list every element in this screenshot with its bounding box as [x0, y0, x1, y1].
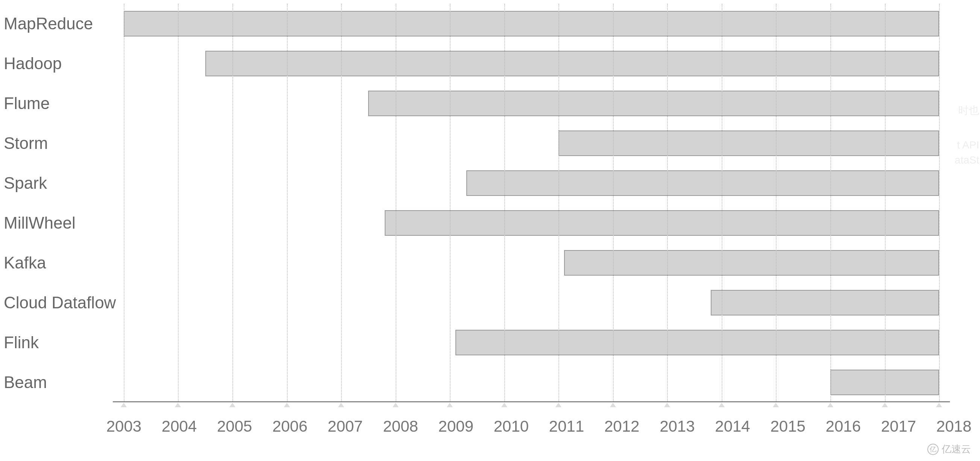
gridline: [504, 4, 505, 401]
x-tick-label: 2014: [715, 417, 750, 436]
tick-mark: [555, 403, 562, 407]
tick-mark: [827, 403, 833, 407]
tick-mark: [501, 403, 507, 407]
row-label: Storm: [0, 134, 109, 153]
x-tick-label: 2010: [494, 417, 529, 436]
x-tick-label: 2006: [272, 417, 307, 436]
bg-text: t API: [957, 139, 979, 151]
x-tick-label: 2012: [605, 417, 639, 436]
gridline: [450, 4, 450, 401]
bg-text: ataSt: [955, 154, 979, 166]
chart-row: Kafka: [113, 243, 950, 283]
x-tick-label: 2013: [660, 417, 695, 436]
row-label: Beam: [0, 373, 109, 392]
bg-text: 时也: [958, 103, 979, 118]
timeline-bar: [711, 290, 939, 315]
timeline-bar: [385, 210, 939, 236]
timeline-bar: [205, 51, 939, 76]
tick-mark: [882, 403, 888, 407]
gridline: [885, 4, 886, 401]
chart-row: MillWheel: [113, 203, 950, 243]
tick-mark: [936, 403, 942, 407]
gridline: [939, 4, 940, 401]
chart-row: Flume: [113, 83, 950, 123]
gridline: [396, 4, 396, 401]
gridline: [287, 4, 288, 401]
plot-area: MapReduceHadoopFlumeStormSparkMillWheelK…: [113, 4, 950, 402]
x-tick-label: 2009: [439, 417, 474, 436]
gridline: [124, 4, 124, 401]
row-label: Flume: [0, 94, 109, 113]
x-tick-label: 2004: [162, 417, 197, 436]
timeline-bar: [124, 11, 939, 37]
gridline: [667, 4, 668, 401]
gridline: [613, 4, 614, 401]
row-label: Hadoop: [0, 54, 109, 73]
gridline: [232, 4, 233, 401]
tick-mark: [393, 403, 399, 407]
row-label: MapReduce: [0, 14, 109, 33]
timeline-bar: [564, 250, 939, 276]
row-label: Cloud Dataflow: [0, 293, 109, 312]
chart-row: Spark: [113, 163, 950, 203]
tick-mark: [610, 403, 616, 407]
chart-row: Hadoop: [113, 44, 950, 83]
row-label: Spark: [0, 174, 109, 192]
watermark-icon: 亿: [928, 444, 939, 455]
tick-mark: [284, 403, 290, 407]
tick-mark: [175, 403, 181, 407]
x-tick-label: 2017: [881, 417, 916, 436]
chart-row: Cloud Dataflow: [113, 283, 950, 323]
tick-mark: [773, 403, 779, 407]
chart-row: Flink: [113, 323, 950, 362]
x-axis-labels: 2003200420052006200720082009201020112012…: [113, 417, 965, 440]
row-label: Flink: [0, 333, 109, 352]
timeline-bar: [368, 91, 939, 116]
row-label: MillWheel: [0, 214, 109, 232]
watermark: 亿 亿速云: [928, 443, 971, 456]
chart-row: MapReduce: [113, 4, 950, 44]
gridline: [178, 4, 179, 401]
x-tick-label: 2015: [770, 417, 805, 436]
gridline: [341, 4, 342, 401]
tick-mark: [338, 403, 344, 407]
gridline: [558, 4, 559, 401]
tick-mark: [719, 403, 725, 407]
timeline-bar: [455, 330, 939, 355]
timeline-bar: [558, 130, 939, 156]
watermark-text: 亿速云: [942, 443, 971, 456]
row-label: Kafka: [0, 253, 109, 272]
tick-mark: [121, 403, 127, 407]
x-tick-label: 2003: [107, 417, 142, 436]
gridline: [776, 4, 776, 401]
timeline-bar: [466, 170, 939, 196]
tick-mark: [664, 403, 670, 407]
timeline-chart: 时也 t API ataSt MapReduceHadoopFlumeStorm…: [0, 0, 980, 461]
chart-row: Beam: [113, 362, 950, 402]
gridline: [722, 4, 722, 401]
tick-mark: [229, 403, 235, 407]
x-tick-label: 2008: [383, 417, 418, 436]
x-tick-label: 2005: [217, 417, 252, 436]
x-tick-label: 2016: [826, 417, 861, 436]
chart-row: Storm: [113, 123, 950, 163]
gridline: [830, 4, 831, 401]
x-tick-label: 2018: [936, 417, 971, 436]
x-tick-label: 2011: [549, 417, 584, 436]
tick-mark: [447, 403, 453, 407]
x-tick-label: 2007: [328, 417, 363, 436]
chart-rows: MapReduceHadoopFlumeStormSparkMillWheelK…: [113, 4, 950, 402]
